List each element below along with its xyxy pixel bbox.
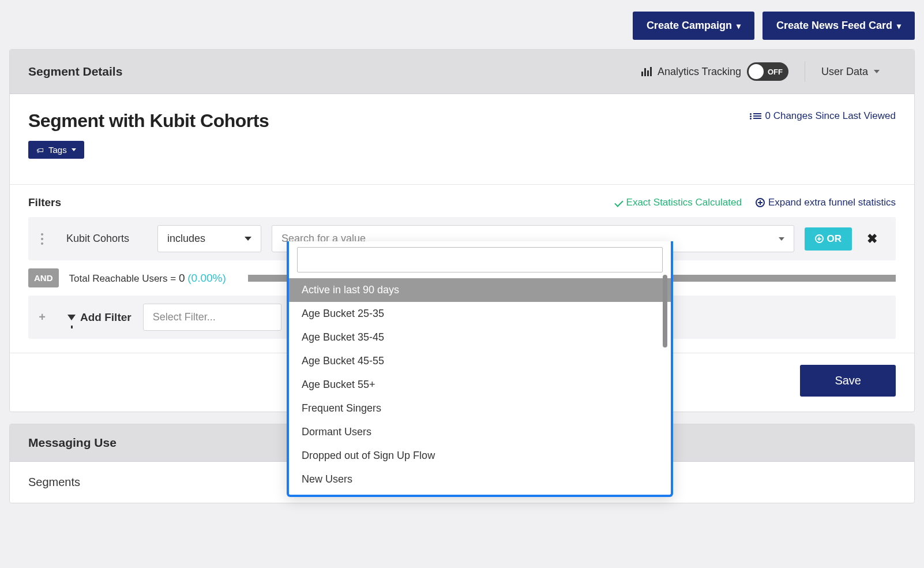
dropdown-option[interactable]: Dormant Users <box>289 420 671 444</box>
header-right: Analytics Tracking OFF User Data <box>625 61 896 82</box>
tags-label: Tags <box>48 145 67 155</box>
plus-circle-icon <box>756 198 765 207</box>
dropdown-option[interactable]: New Users <box>289 468 671 491</box>
reachable-users-text: Total Reachable Users = 0 (0.00%) <box>69 272 226 285</box>
create-campaign-button[interactable]: Create Campaign ▾ <box>633 12 754 40</box>
dropdown-search-wrap <box>289 241 671 278</box>
caret-down-icon <box>245 237 251 241</box>
operator-value: includes <box>167 233 205 245</box>
chevron-down-icon <box>874 70 880 73</box>
toggle-state: OFF <box>768 68 783 76</box>
top-action-bar: Create Campaign ▾ Create News Feed Card … <box>9 12 915 40</box>
filter-name: Kubit Cohorts <box>66 233 147 245</box>
analytics-label: Analytics Tracking <box>658 66 741 78</box>
plus-circle-icon <box>815 234 824 243</box>
create-campaign-label: Create Campaign <box>647 20 732 32</box>
chevron-down-icon: ▾ <box>897 21 901 31</box>
operator-select[interactable]: includes <box>157 225 261 252</box>
filters-head: Filters Exact Statistics Calculated Expa… <box>28 196 896 209</box>
add-filter-text: Add Filter <box>80 311 132 324</box>
list-icon <box>753 113 761 119</box>
exact-stats-text: Exact Statistics Calculated <box>626 197 742 208</box>
segment-card-header: Segment Details Analytics Tracking OFF U… <box>10 50 914 94</box>
select-filter-dropdown[interactable]: Select Filter... <box>143 304 281 331</box>
expand-funnel-link[interactable]: Expand extra funnel statistics <box>756 197 896 208</box>
funnel-icon <box>67 315 76 320</box>
segment-title: Segment with Kubit Cohorts <box>28 110 269 132</box>
expand-funnel-text: Expand extra funnel statistics <box>768 197 896 208</box>
reach-value: 0 <box>179 272 185 284</box>
dropdown-scrollbar[interactable] <box>663 275 667 347</box>
exact-stats-status: Exact Statistics Calculated <box>615 197 742 208</box>
and-badge: AND <box>28 268 59 287</box>
dropdown-option[interactable]: Age Bucket 25-35 <box>289 302 671 326</box>
analytics-toggle[interactable]: OFF <box>747 62 788 81</box>
filters-heading: Filters <box>28 196 61 209</box>
or-label: OR <box>827 233 842 245</box>
card-title: Segment Details <box>28 65 122 79</box>
dropdown-option[interactable]: Active in last 90 days <box>289 278 671 302</box>
add-filter-plus-button[interactable]: + <box>28 311 56 324</box>
card-body: Segment with Kubit Cohorts 0 Changes Sin… <box>10 94 914 170</box>
select-filter-placeholder: Select Filter... <box>153 311 216 323</box>
user-data-dropdown[interactable]: User Data <box>805 61 896 82</box>
create-news-feed-button[interactable]: Create News Feed Card ▾ <box>763 12 915 40</box>
dropdown-option[interactable]: Age Bucket 55+ <box>289 373 671 397</box>
dropdown-search-input[interactable] <box>297 247 663 272</box>
check-icon <box>614 198 623 207</box>
or-button[interactable]: OR <box>805 227 852 251</box>
dropdown-option[interactable]: Dropped out of Sign Up Flow <box>289 444 671 468</box>
toggle-knob <box>749 64 764 79</box>
title-row: Segment with Kubit Cohorts 0 Changes Sin… <box>28 110 896 132</box>
user-data-label: User Data <box>821 66 868 78</box>
add-filter-label: Add Filter <box>67 311 132 324</box>
reach-label: Total Reachable Users = <box>69 273 176 284</box>
chevron-down-icon <box>72 148 76 151</box>
create-news-feed-label: Create News Feed Card <box>776 20 892 32</box>
tags-button[interactable]: Tags <box>28 141 84 159</box>
changes-link[interactable]: 0 Changes Since Last Viewed <box>753 110 896 122</box>
value-dropdown-panel: Active in last 90 daysAge Bucket 25-35Ag… <box>287 241 673 497</box>
analytics-tracking-section: Analytics Tracking OFF <box>625 61 805 82</box>
bar-chart-icon <box>641 67 652 76</box>
stats-links: Exact Statistics Calculated Expand extra… <box>615 197 896 208</box>
dropdown-list: Active in last 90 daysAge Bucket 25-35Ag… <box>289 278 671 491</box>
chevron-down-icon: ▾ <box>737 21 741 31</box>
dropdown-option[interactable]: Age Bucket 45-55 <box>289 349 671 373</box>
chevron-down-icon <box>779 237 784 241</box>
changes-link-text: 0 Changes Since Last Viewed <box>765 110 896 122</box>
reach-pct: (0.00%) <box>187 272 226 284</box>
dropdown-option[interactable]: Age Bucket 35-45 <box>289 326 671 349</box>
tag-icon <box>36 145 44 155</box>
remove-filter-button[interactable]: ✖ <box>862 231 882 246</box>
save-button[interactable]: Save <box>800 365 896 397</box>
drag-handle[interactable] <box>28 233 56 245</box>
dropdown-option[interactable]: Frequent Singers <box>289 397 671 420</box>
